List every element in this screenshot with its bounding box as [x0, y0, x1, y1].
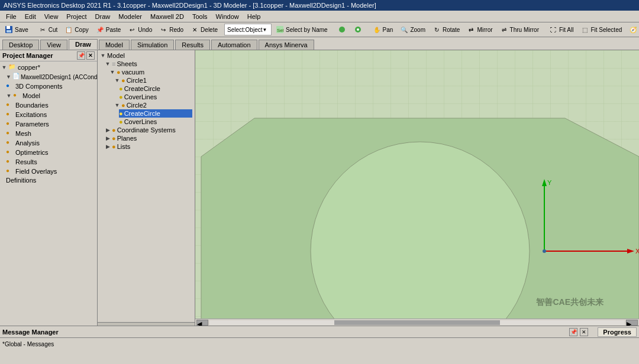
tree-design-name[interactable]: ▼ 📄 Maxwell2DDesign1 (ACConduction, ... [6, 72, 96, 82]
model-tree-panel: ▼ Model ▼ ≡ Sheets ▼ ● vacuum ▼ ● Circle… [98, 50, 195, 326]
tree-parameters[interactable]: ● Parameters [6, 119, 96, 129]
scrollbar-thumb[interactable] [334, 320, 501, 325]
main-layout: Project Manager 📌 ✕ ▼ 📁 copper* ▼ 📄 Maxw… [0, 50, 639, 326]
bottom-status-row: *Global - Messages [0, 338, 639, 350]
tree-definitions[interactable]: Definitions [6, 176, 96, 184]
select-object-dropdown[interactable]: Select:Object ▼ [224, 24, 272, 35]
thru-mirror-icon: ⇌ [499, 25, 509, 34]
tree-model-root[interactable]: ▼ Model [100, 51, 192, 60]
select-by-name-button[interactable]: Sel Select by Name [272, 23, 331, 36]
tree-optimetrics[interactable]: ● Optimetrics [6, 148, 96, 157]
menu-modeler[interactable]: Modeler [115, 12, 146, 21]
pan-label: Pan [383, 27, 393, 33]
fit-selected-button[interactable]: ⬚ Fit Selected [577, 23, 625, 36]
panel-resize-handle[interactable] [98, 322, 195, 326]
redo-button[interactable]: ↪ Redo [156, 23, 186, 36]
tree-lists[interactable]: ▶ ● Lists [105, 142, 192, 151]
tree-project-name[interactable]: ▼ 📁 copper* [1, 63, 96, 72]
horizontal-scrollbar[interactable]: ◀ ▶ [195, 318, 639, 326]
tree-vacuum[interactable]: ▼ ● vacuum [109, 68, 192, 76]
pm-controls: 📌 ✕ [77, 51, 95, 60]
orient-icon: 🧭 [628, 25, 638, 34]
tree-cover-lines2[interactable]: ● CoverLines [119, 118, 192, 126]
save-button[interactable]: Save [1, 23, 31, 36]
delete-button[interactable]: ✕ Delete [187, 23, 221, 36]
zoom-button[interactable]: 🔍 Zoom [396, 23, 428, 36]
message-manager-title: Message Manager [2, 329, 59, 336]
tab-automation[interactable]: Automation [211, 40, 257, 50]
tree-sheets[interactable]: ▼ ≡ Sheets [105, 60, 192, 68]
msg-pin-btn[interactable]: 📌 [569, 328, 577, 336]
green-circle-icon1 [337, 25, 347, 34]
menu-window[interactable]: Window [212, 12, 243, 21]
tree-planes[interactable]: ▶ ● Planes [105, 134, 192, 142]
menu-edit[interactable]: Edit [21, 12, 40, 21]
pan-button[interactable]: ✋ Pan [369, 23, 396, 36]
msg-close-btn[interactable]: ✕ [580, 328, 588, 336]
menu-project[interactable]: Project [63, 12, 90, 21]
title-text: ANSYS Electronics Desktop 2021 R1 - 3.1c… [4, 2, 376, 9]
toolbar-row1: Save ✂ Cut 📋 Copy 📌 Paste ↩ Undo ↪ Redo [0, 22, 639, 37]
tree-create-circle2-selected[interactable]: ● CreateCircle [119, 109, 192, 118]
delete-label: Delete [201, 27, 218, 33]
tab-model[interactable]: Model [99, 40, 130, 50]
design-icon: 📄 [12, 73, 20, 81]
origin-dot [543, 249, 546, 253]
tree-model[interactable]: ▼ ● Model [6, 91, 96, 100]
tree-results[interactable]: ● Results [6, 157, 96, 167]
menu-tools[interactable]: Tools [189, 12, 211, 21]
copy-button[interactable]: 📋 Copy [61, 23, 91, 36]
pm-close-btn[interactable]: ✕ [86, 51, 95, 60]
scrollbar-track[interactable] [209, 320, 625, 325]
tree-create-circle1[interactable]: ● CreateCircle [119, 84, 192, 93]
tab-desktop[interactable]: Desktop [2, 40, 39, 50]
scroll-left-btn[interactable]: ◀ [196, 320, 208, 326]
copy-label: Copy [75, 27, 88, 33]
tree-3d-components[interactable]: ● 3D Components [6, 82, 96, 91]
tree-coord-sys[interactable]: ▶ ● Coordinate Systems [105, 126, 192, 134]
rotate-button[interactable]: ↻ Rotate [429, 23, 463, 36]
tree-field-overlays[interactable]: ● Field Overlays [6, 167, 96, 176]
rotate-label: Rotate [443, 27, 460, 33]
menu-view[interactable]: View [41, 12, 62, 21]
menu-file[interactable]: File [2, 12, 20, 21]
menu-draw[interactable]: Draw [92, 12, 114, 21]
rotate-icon: ↻ [432, 25, 441, 34]
save-label: Save [15, 27, 28, 33]
tree-boundaries[interactable]: ● Boundaries [6, 100, 96, 110]
cut-button[interactable]: ✂ Cut [35, 23, 61, 36]
tree-excitations[interactable]: ● Excitations [6, 110, 96, 119]
redo-label: Redo [169, 27, 183, 33]
menu-help[interactable]: Help [244, 12, 264, 21]
mirror-button[interactable]: ⇄ Mirror [463, 23, 495, 36]
model-tree-content: ▼ Model ▼ ≡ Sheets ▼ ● vacuum ▼ ● Circle… [98, 50, 195, 322]
green-circle-btn1[interactable] [334, 23, 350, 36]
tree-circle2[interactable]: ▼ ● Circle2 [114, 101, 192, 109]
tree-analysis[interactable]: ● Analysis [6, 138, 96, 148]
pm-pin-btn[interactable]: 📌 [77, 51, 85, 60]
redo-icon: ↪ [159, 25, 168, 34]
project-manager-header: Project Manager 📌 ✕ [0, 50, 97, 61]
tab-results[interactable]: Results [175, 40, 210, 50]
y-axis-label: Y [547, 179, 552, 186]
undo-button[interactable]: ↩ Undo [124, 23, 155, 36]
tab-simulation[interactable]: Simulation [131, 40, 174, 50]
cut-icon: ✂ [38, 25, 47, 34]
tree-cover-lines1[interactable]: ● CoverLines [119, 93, 192, 101]
tree-mesh[interactable]: ● Mesh [6, 129, 96, 138]
menu-maxwell2d[interactable]: Maxwell 2D [147, 12, 188, 21]
tab-view[interactable]: View [40, 40, 67, 50]
undo-label: Undo [138, 27, 152, 33]
viewport[interactable]: Y X z y x 智善CAE共创未来 ◀ [195, 50, 639, 326]
scroll-right-btn[interactable]: ▶ [626, 320, 638, 326]
tree-panel: ▼ 📁 copper* ▼ 📄 Maxwell2DDesign1 (ACCond… [0, 61, 97, 326]
orient-button[interactable]: 🧭 Orient ▼ [625, 23, 639, 36]
fit-all-button[interactable]: ⛶ Fit All [546, 23, 576, 36]
green-circle-btn2[interactable] [350, 23, 366, 36]
fit-selected-icon: ⬚ [580, 25, 589, 34]
paste-button[interactable]: 📌 Paste [92, 23, 124, 36]
tree-circle1[interactable]: ▼ ● Circle1 [114, 76, 192, 84]
tab-ansys-minerva[interactable]: Ansys Minerva [259, 40, 314, 50]
tab-draw[interactable]: Draw [69, 39, 98, 50]
thru-mirror-button[interactable]: ⇌ Thru Mirror [496, 23, 542, 36]
